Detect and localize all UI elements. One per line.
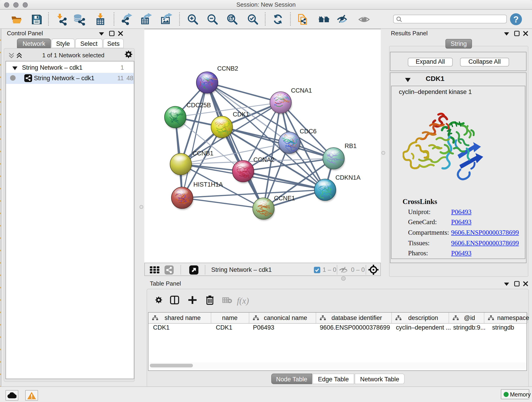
svg-text:CDK1: CDK1: [233, 111, 249, 118]
svg-text:?: ?: [513, 15, 519, 24]
svg-text:CDC6: CDC6: [300, 128, 317, 135]
svg-text:CDC25B: CDC25B: [186, 102, 211, 109]
svg-text:CCNB2: CCNB2: [217, 65, 238, 72]
svg-text:HIST1H1A: HIST1H1A: [193, 181, 223, 188]
svg-text:RB1: RB1: [345, 143, 357, 149]
svg-text:CDKN1A: CDKN1A: [336, 174, 361, 181]
svg-text:CCNB1: CCNB1: [192, 150, 214, 157]
svg-text:CCNA2: CCNA2: [253, 156, 274, 163]
svg-text:CCNA1: CCNA1: [291, 87, 312, 94]
svg-text:CCNE1: CCNE1: [274, 195, 295, 202]
